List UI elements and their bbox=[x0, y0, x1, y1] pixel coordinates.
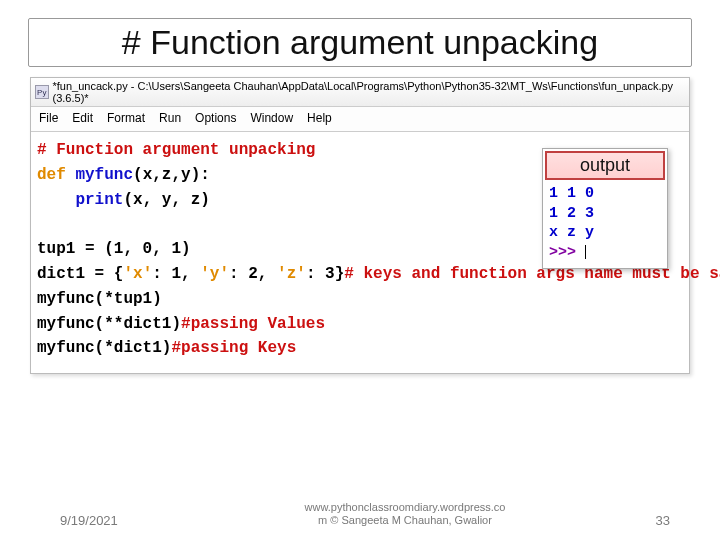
dict-g: : 3} bbox=[306, 265, 344, 283]
cmt-keys: #passing Keys bbox=[171, 339, 296, 357]
slide: # Function argument unpacking Py *fun_un… bbox=[0, 0, 720, 540]
kw-print: print bbox=[37, 191, 123, 209]
output-prompt: >>> bbox=[549, 244, 585, 261]
title-container: # Function argument unpacking bbox=[28, 18, 692, 67]
ide-titlebar: Py *fun_uncack.py - C:\Users\Sangeeta Ch… bbox=[31, 78, 689, 107]
ide-window-title: *fun_uncack.py - C:\Users\Sangeeta Chauh… bbox=[53, 80, 686, 104]
output-row: 1 1 0 bbox=[549, 184, 661, 204]
code-comment: # Function argument unpacking bbox=[37, 141, 315, 159]
call-dict-vals: myfunc(**dict1) bbox=[37, 315, 181, 333]
output-prompt-line: >>> bbox=[549, 243, 661, 263]
menu-window[interactable]: Window bbox=[250, 111, 293, 125]
call-dict-keys: myfunc(*dict1) bbox=[37, 339, 171, 357]
dict-kx: 'x' bbox=[123, 265, 152, 283]
footer-page: 33 bbox=[630, 513, 670, 528]
dict-kz: 'z' bbox=[277, 265, 306, 283]
dict-ky: 'y' bbox=[200, 265, 229, 283]
dict-e: : 2, bbox=[229, 265, 277, 283]
footer-credit: www.pythonclassroomdiary.wordpress.co m … bbox=[180, 501, 630, 529]
menu-edit[interactable]: Edit bbox=[72, 111, 93, 125]
menu-file[interactable]: File bbox=[39, 111, 58, 125]
footer-credit-line1: www.pythonclassroomdiary.wordpress.co bbox=[180, 501, 630, 515]
ide-menubar: File Edit Format Run Options Window Help bbox=[31, 107, 689, 132]
func-params: (x,z,y): bbox=[133, 166, 210, 184]
footer-date: 9/19/2021 bbox=[60, 513, 180, 528]
python-idle-icon: Py bbox=[35, 85, 49, 99]
output-row: x z y bbox=[549, 223, 661, 243]
call-tup: myfunc(*tup1) bbox=[37, 290, 162, 308]
menu-help[interactable]: Help bbox=[307, 111, 332, 125]
output-row: 1 2 3 bbox=[549, 204, 661, 224]
kw-def: def bbox=[37, 166, 66, 184]
menu-format[interactable]: Format bbox=[107, 111, 145, 125]
output-body: 1 1 0 1 2 3 x z y >>> bbox=[543, 182, 667, 268]
func-name: myfunc bbox=[66, 166, 133, 184]
dict-a: dict1 = { bbox=[37, 265, 123, 283]
footer: 9/19/2021 www.pythonclassroomdiary.wordp… bbox=[0, 501, 720, 529]
cmt-vals: #passing Values bbox=[181, 315, 325, 333]
print-args: (x, y, z) bbox=[123, 191, 209, 209]
slide-title: # Function argument unpacking bbox=[37, 23, 683, 62]
footer-credit-line2: m © Sangeeta M Chauhan, Gwalior bbox=[180, 514, 630, 528]
menu-options[interactable]: Options bbox=[195, 111, 236, 125]
tup-assign: tup1 = (1, 0, 1) bbox=[37, 240, 191, 258]
menu-run[interactable]: Run bbox=[159, 111, 181, 125]
dict-c: : 1, bbox=[152, 265, 200, 283]
output-panel: output 1 1 0 1 2 3 x z y >>> bbox=[542, 148, 668, 269]
cursor-icon bbox=[585, 245, 586, 259]
output-label: output bbox=[545, 151, 665, 180]
